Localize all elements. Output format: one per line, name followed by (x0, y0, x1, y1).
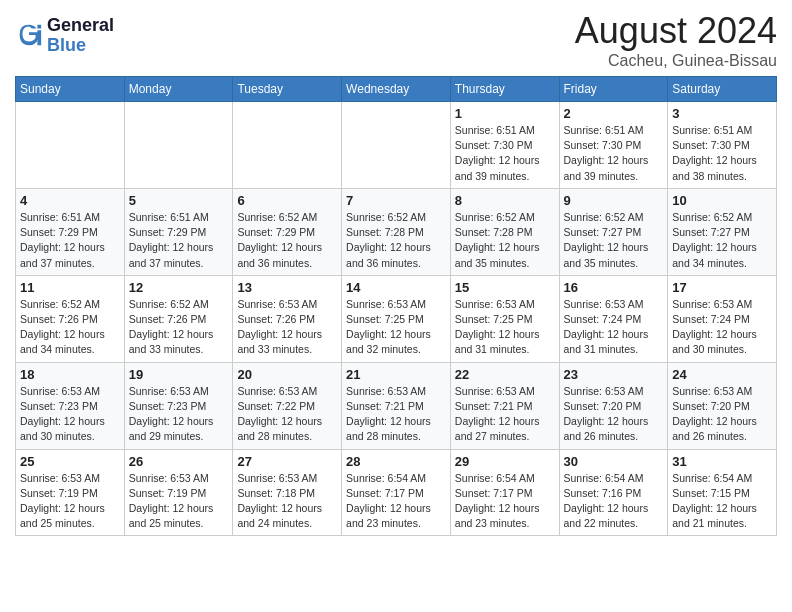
day-number: 3 (672, 106, 772, 121)
logo: General Blue (15, 16, 114, 56)
calendar-cell: 5Sunrise: 6:51 AMSunset: 7:29 PMDaylight… (124, 188, 233, 275)
day-number: 19 (129, 367, 229, 382)
calendar-cell: 19Sunrise: 6:53 AMSunset: 7:23 PMDayligh… (124, 362, 233, 449)
page-header: General Blue August 2024 Cacheu, Guinea-… (15, 10, 777, 70)
calendar-cell: 1Sunrise: 6:51 AMSunset: 7:30 PMDaylight… (450, 102, 559, 189)
calendar-cell: 14Sunrise: 6:53 AMSunset: 7:25 PMDayligh… (342, 275, 451, 362)
day-info: Sunrise: 6:52 AMSunset: 7:28 PMDaylight:… (455, 210, 555, 271)
day-info: Sunrise: 6:53 AMSunset: 7:22 PMDaylight:… (237, 384, 337, 445)
day-info: Sunrise: 6:51 AMSunset: 7:30 PMDaylight:… (455, 123, 555, 184)
calendar-week-row: 18Sunrise: 6:53 AMSunset: 7:23 PMDayligh… (16, 362, 777, 449)
calendar-cell: 29Sunrise: 6:54 AMSunset: 7:17 PMDayligh… (450, 449, 559, 536)
day-number: 15 (455, 280, 555, 295)
day-info: Sunrise: 6:53 AMSunset: 7:19 PMDaylight:… (20, 471, 120, 532)
day-number: 11 (20, 280, 120, 295)
calendar-cell: 8Sunrise: 6:52 AMSunset: 7:28 PMDaylight… (450, 188, 559, 275)
day-info: Sunrise: 6:52 AMSunset: 7:27 PMDaylight:… (672, 210, 772, 271)
day-number: 16 (564, 280, 664, 295)
day-number: 23 (564, 367, 664, 382)
calendar-week-row: 25Sunrise: 6:53 AMSunset: 7:19 PMDayligh… (16, 449, 777, 536)
day-number: 29 (455, 454, 555, 469)
calendar-cell: 11Sunrise: 6:52 AMSunset: 7:26 PMDayligh… (16, 275, 125, 362)
calendar-cell: 23Sunrise: 6:53 AMSunset: 7:20 PMDayligh… (559, 362, 668, 449)
day-info: Sunrise: 6:53 AMSunset: 7:23 PMDaylight:… (20, 384, 120, 445)
day-number: 8 (455, 193, 555, 208)
day-number: 22 (455, 367, 555, 382)
day-info: Sunrise: 6:53 AMSunset: 7:24 PMDaylight:… (672, 297, 772, 358)
day-number: 13 (237, 280, 337, 295)
day-info: Sunrise: 6:53 AMSunset: 7:18 PMDaylight:… (237, 471, 337, 532)
day-info: Sunrise: 6:53 AMSunset: 7:21 PMDaylight:… (346, 384, 446, 445)
calendar-cell: 6Sunrise: 6:52 AMSunset: 7:29 PMDaylight… (233, 188, 342, 275)
day-number: 26 (129, 454, 229, 469)
day-number: 7 (346, 193, 446, 208)
calendar-cell: 3Sunrise: 6:51 AMSunset: 7:30 PMDaylight… (668, 102, 777, 189)
day-number: 17 (672, 280, 772, 295)
day-info: Sunrise: 6:53 AMSunset: 7:20 PMDaylight:… (672, 384, 772, 445)
day-info: Sunrise: 6:53 AMSunset: 7:26 PMDaylight:… (237, 297, 337, 358)
day-number: 30 (564, 454, 664, 469)
day-info: Sunrise: 6:54 AMSunset: 7:17 PMDaylight:… (455, 471, 555, 532)
day-info: Sunrise: 6:51 AMSunset: 7:30 PMDaylight:… (564, 123, 664, 184)
calendar-cell: 17Sunrise: 6:53 AMSunset: 7:24 PMDayligh… (668, 275, 777, 362)
calendar-cell: 13Sunrise: 6:53 AMSunset: 7:26 PMDayligh… (233, 275, 342, 362)
calendar-cell: 31Sunrise: 6:54 AMSunset: 7:15 PMDayligh… (668, 449, 777, 536)
day-info: Sunrise: 6:53 AMSunset: 7:24 PMDaylight:… (564, 297, 664, 358)
day-number: 21 (346, 367, 446, 382)
day-of-week-header: Sunday (16, 77, 125, 102)
day-of-week-header: Friday (559, 77, 668, 102)
day-number: 20 (237, 367, 337, 382)
title-area: August 2024 Cacheu, Guinea-Bissau (575, 10, 777, 70)
calendar-cell: 16Sunrise: 6:53 AMSunset: 7:24 PMDayligh… (559, 275, 668, 362)
day-info: Sunrise: 6:52 AMSunset: 7:26 PMDaylight:… (129, 297, 229, 358)
day-info: Sunrise: 6:53 AMSunset: 7:21 PMDaylight:… (455, 384, 555, 445)
calendar-cell: 22Sunrise: 6:53 AMSunset: 7:21 PMDayligh… (450, 362, 559, 449)
day-number: 31 (672, 454, 772, 469)
day-number: 1 (455, 106, 555, 121)
calendar-table: SundayMondayTuesdayWednesdayThursdayFrid… (15, 76, 777, 536)
calendar-cell (124, 102, 233, 189)
calendar-cell (342, 102, 451, 189)
day-info: Sunrise: 6:54 AMSunset: 7:17 PMDaylight:… (346, 471, 446, 532)
day-number: 18 (20, 367, 120, 382)
calendar-cell (16, 102, 125, 189)
calendar-cell: 27Sunrise: 6:53 AMSunset: 7:18 PMDayligh… (233, 449, 342, 536)
day-number: 27 (237, 454, 337, 469)
day-of-week-header: Monday (124, 77, 233, 102)
calendar-week-row: 4Sunrise: 6:51 AMSunset: 7:29 PMDaylight… (16, 188, 777, 275)
day-of-week-header: Wednesday (342, 77, 451, 102)
month-year-title: August 2024 (575, 10, 777, 52)
day-info: Sunrise: 6:52 AMSunset: 7:28 PMDaylight:… (346, 210, 446, 271)
day-info: Sunrise: 6:53 AMSunset: 7:25 PMDaylight:… (455, 297, 555, 358)
logo-icon (15, 20, 43, 52)
calendar-cell: 7Sunrise: 6:52 AMSunset: 7:28 PMDaylight… (342, 188, 451, 275)
calendar-cell: 2Sunrise: 6:51 AMSunset: 7:30 PMDaylight… (559, 102, 668, 189)
day-number: 2 (564, 106, 664, 121)
day-number: 10 (672, 193, 772, 208)
day-number: 4 (20, 193, 120, 208)
day-info: Sunrise: 6:53 AMSunset: 7:19 PMDaylight:… (129, 471, 229, 532)
day-info: Sunrise: 6:51 AMSunset: 7:29 PMDaylight:… (20, 210, 120, 271)
day-info: Sunrise: 6:52 AMSunset: 7:29 PMDaylight:… (237, 210, 337, 271)
calendar-cell: 12Sunrise: 6:52 AMSunset: 7:26 PMDayligh… (124, 275, 233, 362)
day-number: 24 (672, 367, 772, 382)
day-info: Sunrise: 6:51 AMSunset: 7:29 PMDaylight:… (129, 210, 229, 271)
day-info: Sunrise: 6:53 AMSunset: 7:23 PMDaylight:… (129, 384, 229, 445)
day-info: Sunrise: 6:52 AMSunset: 7:27 PMDaylight:… (564, 210, 664, 271)
calendar-cell: 28Sunrise: 6:54 AMSunset: 7:17 PMDayligh… (342, 449, 451, 536)
calendar-cell (233, 102, 342, 189)
day-number: 5 (129, 193, 229, 208)
calendar-cell: 4Sunrise: 6:51 AMSunset: 7:29 PMDaylight… (16, 188, 125, 275)
day-info: Sunrise: 6:53 AMSunset: 7:25 PMDaylight:… (346, 297, 446, 358)
calendar-cell: 15Sunrise: 6:53 AMSunset: 7:25 PMDayligh… (450, 275, 559, 362)
calendar-cell: 25Sunrise: 6:53 AMSunset: 7:19 PMDayligh… (16, 449, 125, 536)
day-of-week-header: Saturday (668, 77, 777, 102)
day-info: Sunrise: 6:54 AMSunset: 7:15 PMDaylight:… (672, 471, 772, 532)
calendar-cell: 30Sunrise: 6:54 AMSunset: 7:16 PMDayligh… (559, 449, 668, 536)
day-number: 25 (20, 454, 120, 469)
day-number: 12 (129, 280, 229, 295)
calendar-cell: 18Sunrise: 6:53 AMSunset: 7:23 PMDayligh… (16, 362, 125, 449)
calendar-cell: 21Sunrise: 6:53 AMSunset: 7:21 PMDayligh… (342, 362, 451, 449)
location-subtitle: Cacheu, Guinea-Bissau (575, 52, 777, 70)
calendar-header-row: SundayMondayTuesdayWednesdayThursdayFrid… (16, 77, 777, 102)
